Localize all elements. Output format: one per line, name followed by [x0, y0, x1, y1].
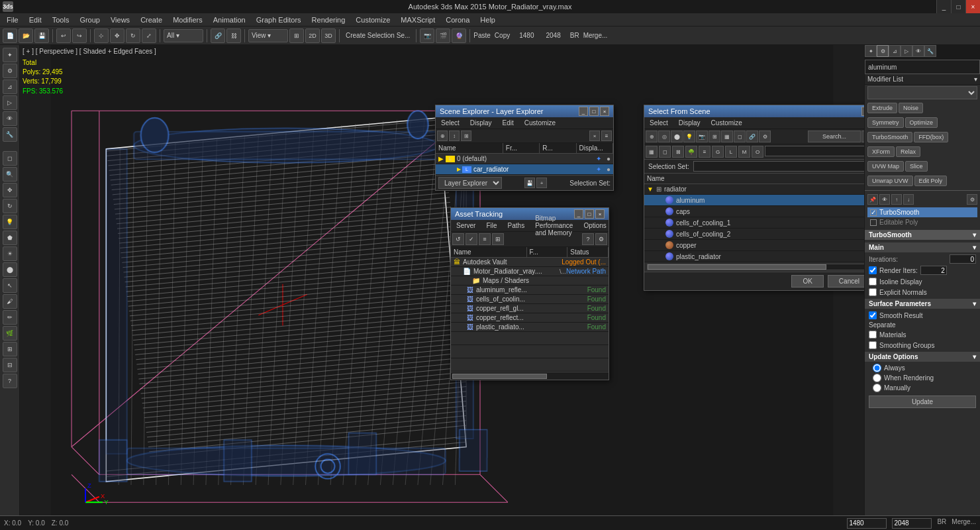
menu-maxscript[interactable]: MAXScript [395, 15, 440, 25]
toolbar-new[interactable]: 📄 [3, 28, 17, 43]
sfs-icon-5[interactable]: 📷 [696, 131, 708, 142]
se-add-icon[interactable]: + [536, 178, 547, 188]
toolbar-camera[interactable]: 📷 [420, 28, 434, 43]
menu-rendering[interactable]: Rendering [307, 15, 351, 25]
sfs-scrollbar[interactable] [647, 264, 864, 270]
se-menu-select[interactable]: Select [436, 119, 465, 127]
se-maximize-btn[interactable]: □ [589, 107, 599, 116]
minimize-btn[interactable]: _ [936, 0, 951, 13]
sfs-icon-obj[interactable]: O [752, 146, 763, 158]
se-group-icon[interactable]: ⊞ [461, 131, 471, 141]
at-icon-check[interactable]: ✓ [466, 233, 477, 245]
radio-always[interactable] [873, 364, 881, 372]
se-menu-customize[interactable]: Customize [519, 119, 561, 127]
at-maximize-btn[interactable]: □ [585, 209, 594, 219]
sidebar-btn-utilities[interactable]: 🔧 [3, 127, 17, 142]
sidebar-btn-display[interactable]: 👁 [3, 111, 17, 126]
at-icon-list[interactable]: ≡ [479, 233, 491, 245]
se-filter-icon[interactable]: ⊕ [437, 131, 448, 141]
toolbar-view-dropdown[interactable]: View ▾ [248, 29, 288, 42]
sidebar-btn-shape[interactable]: ⬟ [3, 231, 17, 245]
se-close-x-icon[interactable]: × [589, 131, 600, 141]
mod-btn-slice[interactable]: Slice [905, 161, 928, 172]
menu-help[interactable]: Help [475, 15, 501, 25]
mod-btn-noise[interactable]: Noise [899, 103, 923, 113]
toolbar-snap3d[interactable]: 3D [321, 28, 336, 43]
update-btn[interactable]: Update [869, 396, 976, 408]
sidebar-btn-layers[interactable]: ⊟ [3, 358, 17, 372]
at-row-maps[interactable]: 📁 Maps / Shaders [451, 276, 609, 286]
sfs-icon-all[interactable]: ▦ [646, 146, 658, 158]
at-row-cells[interactable]: 🖼 cells_of_coolin... Found [451, 295, 609, 304]
sidebar-btn-hierarchy[interactable]: ⊿ [3, 80, 17, 94]
stack-checkbox-turbosmooth[interactable]: ✓ [870, 209, 877, 216]
sfs-close-btn[interactable]: × [861, 107, 864, 116]
rpanel-create-tab[interactable]: ✦ [865, 45, 877, 57]
turbosmooth-section-header[interactable]: TurboSmooth ▾ [865, 230, 980, 240]
menu-animation[interactable]: Animation [208, 15, 251, 25]
menu-modifiers[interactable]: Modifiers [168, 15, 208, 25]
sidebar-btn-leaf[interactable]: 🌿 [3, 326, 17, 341]
sfs-icon-3[interactable]: ⬤ [671, 131, 683, 142]
toolbar-redo[interactable]: ↪ [72, 28, 87, 43]
sfs-row-plastic[interactable]: plastic_radiator [644, 251, 864, 262]
status-input-width[interactable] [847, 518, 887, 529]
iterations-input[interactable] [950, 254, 976, 264]
se-minimize-btn[interactable]: _ [579, 107, 588, 116]
asset-tracking-win-btns[interactable]: _ □ × [574, 209, 605, 219]
sfs-row-aluminum[interactable]: aluminum [644, 195, 864, 206]
render-iters-input[interactable] [920, 266, 947, 275]
sfs-icon-groups[interactable]: G [712, 146, 724, 158]
at-row-aluminum[interactable]: 🖼 aluminum_refle... Found [451, 286, 609, 295]
mod-btn-symmetry[interactable]: Symmetry [867, 117, 904, 128]
stack-move-up-icon[interactable]: ↑ [891, 194, 902, 205]
toolbar-select[interactable]: ⊹ [94, 28, 109, 43]
se-row-default-layer[interactable]: ▶ L 0 (default) ✦ ● [436, 154, 613, 164]
surface-params-header[interactable]: Surface Parameters ▾ [865, 299, 980, 309]
sfs-row-radiator[interactable]: ▼ ⊞ radiator [644, 184, 864, 195]
viewport[interactable]: [ + ] [ Perspective ] [ Shaded + Edged F… [20, 45, 864, 530]
toolbar-snap2d[interactable]: 2D [305, 28, 320, 43]
stack-checkbox-editable-poly[interactable] [870, 219, 877, 226]
toolbar-render[interactable]: 🎬 [436, 28, 450, 43]
menu-views[interactable]: Views [105, 15, 135, 25]
toolbar-scale[interactable]: ⤢ [142, 28, 156, 43]
menu-corona[interactable]: Corona [440, 15, 475, 25]
mod-btn-uvw-map[interactable]: UVW Map [867, 161, 904, 172]
rpanel-modify-tab[interactable]: ⚙ [877, 45, 889, 57]
sfs-icon-2[interactable]: ◎ [658, 131, 670, 142]
stack-item-turbosmooth[interactable]: ✓ TurboSmooth [867, 207, 977, 217]
sfs-menu-customize[interactable]: Customize [706, 119, 748, 127]
sidebar-btn-paint[interactable]: 🖌 [3, 294, 17, 309]
mod-btn-edit-poly[interactable]: Edit Poly [914, 176, 948, 186]
sfs-selection-set-input[interactable] [693, 161, 864, 172]
maximize-btn[interactable]: □ [951, 0, 965, 13]
materials-checkbox[interactable] [869, 331, 877, 339]
at-menu-server[interactable]: Server [451, 221, 481, 230]
right-panel-search[interactable] [865, 60, 980, 74]
mod-btn-relax[interactable]: Relax [896, 146, 920, 157]
at-menu-options[interactable]: Options [578, 221, 611, 230]
smooth-result-checkbox[interactable] [869, 311, 877, 319]
se-options-icon[interactable]: ≡ [601, 131, 612, 141]
mod-btn-unwrap[interactable]: Unwrap UVW [867, 176, 913, 186]
at-row-file[interactable]: 📄 Motor_Radiator_vray.... \... Network P… [451, 267, 609, 276]
sfs-icon-7[interactable]: ▦ [721, 131, 733, 142]
window-controls[interactable]: _ □ × [936, 0, 980, 13]
sfs-row-caps[interactable]: caps [644, 206, 864, 217]
sidebar-btn-light[interactable]: 💡 [3, 215, 17, 229]
sfs-icon-none[interactable]: ◻ [659, 146, 671, 158]
se-layer-dropdown[interactable]: Layer Explorer [438, 177, 502, 189]
stack-move-down-icon[interactable]: ↓ [903, 194, 914, 205]
toolbar-save[interactable]: 💾 [34, 28, 49, 43]
toolbar-rotate[interactable]: ↻ [126, 28, 140, 43]
toolbar-material[interactable]: 🔮 [452, 28, 466, 43]
close-btn[interactable]: × [965, 0, 980, 13]
sidebar-btn-sun[interactable]: ☀ [3, 246, 17, 261]
sfs-win-btns[interactable]: × [861, 107, 864, 116]
sfs-ok-btn[interactable]: OK [791, 275, 823, 288]
menu-edit[interactable]: Edit [24, 15, 47, 25]
radio-rendering[interactable] [873, 374, 881, 382]
toolbar-open[interactable]: 📂 [19, 28, 33, 43]
rpanel-display-tab[interactable]: 👁 [912, 45, 924, 57]
